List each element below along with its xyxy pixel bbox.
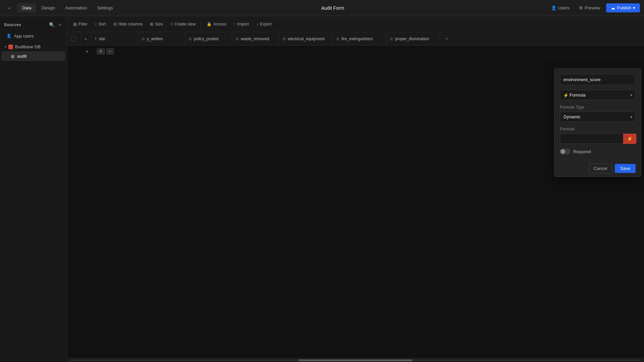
import-label: Import <box>237 22 249 26</box>
preview-button[interactable]: ⚙ Preview <box>576 4 603 12</box>
th-waste-removed[interactable]: ◎ waste_removed <box>232 32 279 45</box>
header-checkbox[interactable] <box>71 37 76 41</box>
cancel-button[interactable]: Cancel <box>589 164 612 173</box>
scrollbar-thumb <box>299 359 413 361</box>
th-add-column[interactable]: + <box>440 32 453 45</box>
hide-columns-icon: ⊟ <box>113 22 117 26</box>
enter-key-badge: ↵ <box>106 48 114 55</box>
search-button[interactable]: 🔍 <box>48 21 56 28</box>
sidebar-group-db: ▾ Budibase DB ▦ audit <box>0 42 67 61</box>
tab-automation[interactable]: Automation <box>60 3 92 12</box>
app-title: Audit Form <box>119 5 546 11</box>
users-icon: 👤 <box>551 5 556 10</box>
preview-icon: ⚙ <box>579 5 583 10</box>
th-proper-illumination[interactable]: ◎ proper_illumination <box>386 32 440 45</box>
formula-input-row: ⚡ <box>560 133 636 144</box>
create-view-button[interactable]: + Create view <box>167 20 199 28</box>
export-label: Export <box>260 22 272 26</box>
filter-button[interactable]: ▤ Filter <box>70 20 91 28</box>
formula-type-select-wrapper: Dynamic Static <box>560 112 636 122</box>
toolbar-separator <box>201 21 201 27</box>
policy-written-col-label: y_written <box>147 37 163 41</box>
add-column-icon: + <box>445 36 448 41</box>
db-group-label: Budibase DB <box>15 44 41 49</box>
column-editor-popup: Formula Text Number Boolean ⚡ Formula Ty… <box>554 68 641 177</box>
filter-icon: ▤ <box>73 22 77 26</box>
right-actions: 👤 Users ⚙ Preview ☁ Publish ▾ <box>548 3 640 12</box>
th-policy-posted[interactable]: ◎ policy_posted <box>185 32 232 45</box>
access-button[interactable]: 🔒 Access <box>203 20 230 28</box>
add-source-button[interactable]: + <box>57 21 63 28</box>
sort-button[interactable]: ↕ Sort <box>92 20 109 28</box>
th-site[interactable]: T site <box>91 32 138 45</box>
illumination-col-label: proper_illumination <box>395 37 429 41</box>
main-layout: Sources 🔍 + 👤 App users ▾ Budibase DB ▦ … <box>0 16 644 362</box>
horizontal-scrollbar[interactable] <box>67 358 644 362</box>
export-icon: ↓ <box>256 22 258 26</box>
policy-posted-type-icon: ◎ <box>189 37 192 41</box>
size-button[interactable]: ⊞ Size <box>147 20 166 28</box>
sidebar-item-app-users[interactable]: 👤 App users <box>1 31 65 41</box>
toolbar: ▤ Filter ↕ Sort ⊟ Hide columns ⊞ Size + … <box>67 16 644 32</box>
publish-chevron: ▾ <box>633 5 635 10</box>
formula-row: Formula ⚡ <box>560 127 636 144</box>
users-button[interactable]: 👤 Users <box>548 4 573 12</box>
scrollbar-track <box>70 359 641 361</box>
type-select[interactable]: Formula Text Number Boolean <box>560 90 636 100</box>
th-checkbox[interactable] <box>67 32 80 45</box>
access-icon: 🔒 <box>207 22 212 26</box>
formula-bolt-button[interactable]: ⚡ <box>623 134 636 144</box>
table-area[interactable]: + T site ◎ y_written ◎ policy_posted ◎ w… <box>67 32 644 362</box>
site-type-icon: T <box>95 37 97 41</box>
row-key-badges: ⌘ ↵ <box>94 48 117 55</box>
th-policy-written[interactable]: ◎ y_written <box>138 32 185 45</box>
th-row-add[interactable]: + <box>80 32 91 45</box>
type-select-wrapper: Formula Text Number Boolean ⚡ <box>560 90 636 100</box>
sidebar-item-audit[interactable]: ▦ audit <box>1 51 65 61</box>
filter-label: Filter <box>78 22 88 26</box>
formula-type-row: Formula Type Dynamic Static <box>560 105 636 122</box>
create-view-label: Create view <box>174 22 196 26</box>
preview-label: Preview <box>585 5 600 10</box>
type-row: Formula Text Number Boolean ⚡ <box>560 90 636 100</box>
th-fire-extinguishers[interactable]: ◎ fire_extinguishers <box>333 32 386 45</box>
add-row-icon: + <box>86 49 89 55</box>
publish-label: Publish <box>617 5 631 10</box>
waste-removed-type-icon: ◎ <box>235 37 239 41</box>
export-button[interactable]: ↓ Export <box>253 20 275 28</box>
top-nav: ← Data Design Automation Settings Audit … <box>0 0 644 16</box>
db-group-header[interactable]: ▾ Budibase DB <box>0 42 67 51</box>
required-toggle[interactable] <box>560 148 571 155</box>
save-button[interactable]: Save <box>615 164 636 173</box>
sources-title: Sources <box>4 22 21 27</box>
back-button[interactable]: ← <box>4 4 15 12</box>
tab-data[interactable]: Data <box>17 3 36 12</box>
sort-label: Sort <box>99 22 106 26</box>
create-view-icon: + <box>170 22 173 26</box>
th-electrical-equipment[interactable]: ◎ electrical_equipment <box>279 32 333 45</box>
formula-type-select[interactable]: Dynamic Static <box>560 112 636 122</box>
electrical-type-icon: ◎ <box>282 37 286 41</box>
row-expand-button[interactable]: + <box>80 49 94 55</box>
policy-posted-col-label: policy_posted <box>194 37 218 41</box>
field-name-input[interactable] <box>560 74 636 85</box>
nav-tabs: Data Design Automation Settings <box>17 3 118 12</box>
tab-design[interactable]: Design <box>37 3 59 12</box>
import-button[interactable]: ↑ Import <box>230 20 252 28</box>
hide-columns-button[interactable]: ⊟ Hide columns <box>110 20 146 28</box>
fire-ext-type-icon: ◎ <box>336 37 339 41</box>
size-label: Size <box>155 22 163 26</box>
formula-input[interactable] <box>560 133 623 144</box>
sidebar-header: Sources 🔍 + <box>0 19 67 31</box>
db-color-icon <box>8 45 13 49</box>
site-col-label: site <box>99 37 105 41</box>
import-icon: ↑ <box>234 22 236 26</box>
publish-button[interactable]: ☁ Publish ▾ <box>606 3 640 12</box>
app-users-icon: 👤 <box>6 33 11 39</box>
popup-actions: Cancel Save <box>554 160 641 177</box>
tab-settings[interactable]: Settings <box>93 3 118 12</box>
users-label: Users <box>558 5 570 10</box>
size-icon: ⊞ <box>150 22 153 26</box>
cmd-key-badge: ⌘ <box>97 48 105 55</box>
formula-label: Formula <box>560 127 636 131</box>
